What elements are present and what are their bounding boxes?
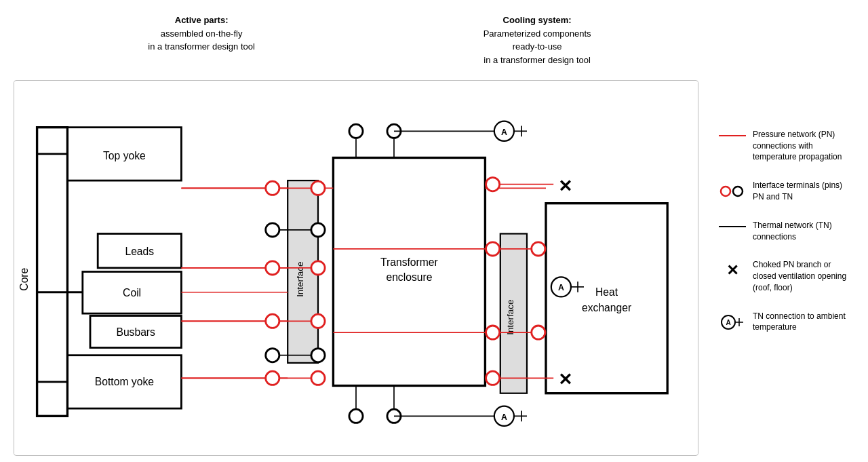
svg-point-21	[266, 181, 279, 195]
svg-point-25	[311, 181, 325, 195]
svg-text:✕: ✕	[726, 262, 738, 279]
svg-point-28	[311, 371, 325, 385]
svg-point-22	[266, 261, 279, 275]
svg-point-24	[266, 371, 279, 385]
bottom-yoke-label: Bottom yoke	[95, 376, 154, 387]
legend-thermal-network: Thermal network (TN) connections	[719, 220, 854, 243]
svg-point-50	[311, 349, 325, 362]
svg-point-39	[532, 242, 545, 256]
x-mark-bottom: ✕	[558, 370, 572, 389]
legend-pressure-network: Pressure network (PN) connections with t…	[719, 129, 854, 163]
svg-point-48	[266, 349, 279, 362]
interface1-label: Interface	[295, 262, 305, 297]
svg-point-23	[266, 314, 279, 328]
svg-point-37	[486, 242, 500, 256]
header-active-parts: Active parts: assembled on-the-fly in a …	[148, 14, 255, 66]
transformer-label1: Transformer	[380, 256, 438, 268]
svg-point-56	[486, 371, 500, 385]
thermal-network-icon	[719, 220, 746, 232]
tn-ambient-text: TN connection to ambient temperature	[753, 311, 854, 334]
tn-ambient-icon: A	[719, 311, 746, 332]
diagram-area: Top yoke Leads Coil Busbars Bottom yoke	[14, 80, 698, 456]
headers: Active parts: assembled on-the-fly in a …	[7, 7, 705, 77]
svg-point-51	[349, 124, 363, 138]
svg-point-40	[532, 326, 545, 339]
coil-label: Coil	[123, 287, 141, 299]
svg-text:A: A	[501, 412, 507, 422]
active-parts-title: Active parts:	[148, 14, 255, 27]
leads-label: Leads	[125, 246, 154, 257]
cooling-system-sub3: in a transformer design tool	[484, 54, 591, 67]
diagram-section: Active parts: assembled on-the-fly in a …	[7, 7, 705, 455]
x-mark-top: ✕	[558, 177, 572, 195]
svg-point-26	[311, 261, 325, 275]
svg-text:A: A	[726, 319, 730, 326]
choked-pn-icon: ✕	[719, 259, 746, 281]
pressure-network-icon	[719, 129, 746, 141]
cooling-system-sub2: ready-to-use	[484, 40, 591, 54]
thermal-network-text: Thermal network (TN) connections	[753, 220, 854, 243]
interface2-label: Interface	[505, 300, 515, 335]
busbars-label: Busbars	[116, 326, 155, 338]
svg-point-47	[266, 223, 279, 237]
heat-exchanger-label1: Heat	[595, 286, 618, 298]
top-yoke-label: Top yoke	[103, 150, 146, 161]
cooling-system-title: Cooling system:	[484, 14, 591, 27]
legend-choked-pn: ✕ Choked PN branch or closed ventilation…	[719, 259, 854, 293]
interface-terminals-text: Interface terminals (pins) PN and TN	[753, 180, 854, 203]
svg-point-49	[311, 223, 325, 237]
active-parts-sub1: assembled on-the-fly	[148, 27, 255, 41]
svg-point-82	[721, 187, 730, 196]
svg-point-38	[486, 326, 500, 339]
header-cooling-system: Cooling system: Parameterized components…	[484, 14, 591, 66]
legend-section: Pressure network (PN) connections with t…	[705, 7, 861, 455]
transformer-label2: enclosure	[386, 271, 432, 283]
legend-tn-ambient: A TN connection to ambient temperature	[719, 311, 854, 334]
svg-point-83	[733, 187, 743, 196]
svg-text:A: A	[501, 128, 507, 137]
cooling-system-sub1: Parameterized components	[484, 27, 591, 41]
svg-point-53	[349, 409, 363, 423]
svg-point-27	[311, 314, 325, 328]
core-label: Core	[18, 267, 30, 290]
diagram-svg: Top yoke Leads Coil Busbars Bottom yoke	[14, 81, 698, 455]
main-container: Active parts: assembled on-the-fly in a …	[0, 0, 868, 462]
svg-text:A: A	[558, 283, 564, 292]
legend-interface-terminals: Interface terminals (pins) PN and TN	[719, 180, 854, 203]
interface-terminals-icon	[719, 180, 746, 201]
active-parts-sub2: in a transformer design tool	[148, 40, 255, 54]
svg-point-55	[486, 178, 500, 191]
heat-exchanger-label2: exchanger	[582, 302, 631, 313]
pressure-network-text: Pressure network (PN) connections with t…	[753, 129, 854, 163]
choked-pn-text: Choked PN branch or closed ventilation o…	[753, 259, 854, 293]
